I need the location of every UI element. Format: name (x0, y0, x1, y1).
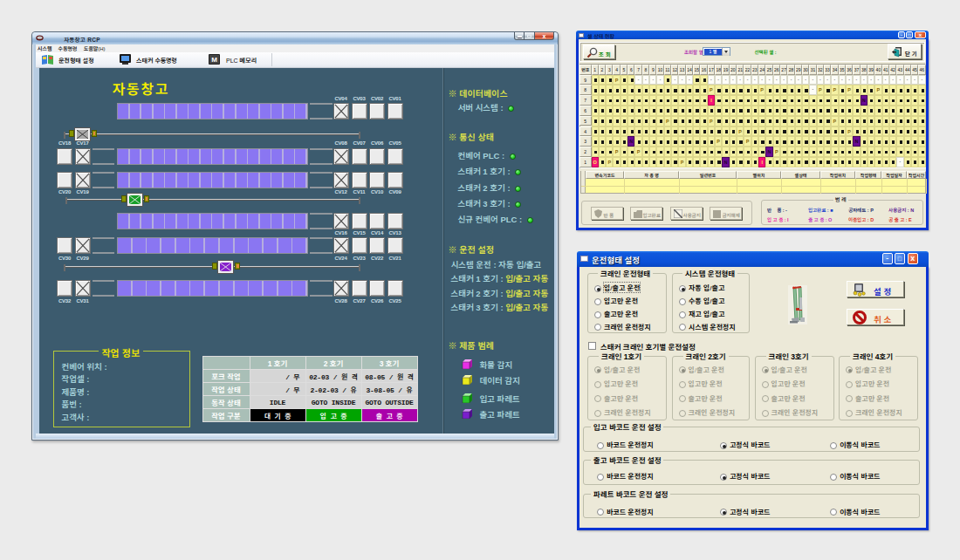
svg-text:M: M (211, 56, 217, 64)
